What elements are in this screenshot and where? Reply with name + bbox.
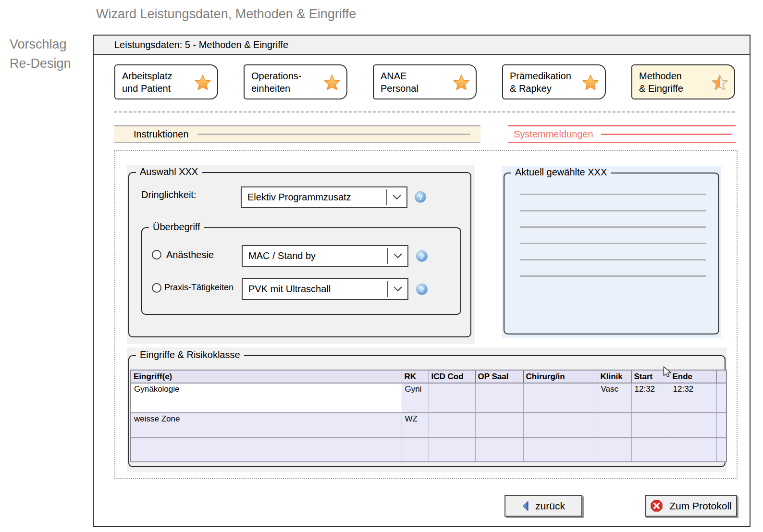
window-title: Leistungsdaten: 5 - Methoden & Eingriffe [114, 39, 288, 50]
tab-methoden-eingriffe[interactable]: Methoden & Eingriffe [631, 64, 735, 99]
table-cell[interactable]: WZ [402, 413, 429, 438]
selected-lines [520, 194, 706, 292]
star-icon [580, 72, 601, 92]
wizard-step-tabs: Arbeitsplatz und Patient Operations- ein… [114, 64, 735, 99]
column-header[interactable]: Eingriff(e) [131, 370, 402, 383]
table-cell[interactable] [670, 438, 716, 462]
dringlichkeit-select[interactable]: Elektiv Programmzusatz [241, 186, 407, 208]
table-cell[interactable] [475, 383, 523, 413]
placeholder-line [520, 259, 706, 260]
table-cell[interactable] [631, 413, 670, 438]
placeholder-line [520, 275, 706, 277]
chevron-down-icon [387, 187, 406, 207]
column-header[interactable]: RK [402, 370, 429, 383]
instructions-header: Instruktionen [114, 125, 480, 143]
error-icon [650, 499, 663, 512]
page-title: Wizard Leistungsdaten, Methoden & Eingri… [96, 7, 356, 22]
mouse-cursor [661, 366, 674, 378]
table-cell[interactable] [131, 438, 402, 462]
tab-anae-personal[interactable]: ANAE Personal [373, 64, 477, 99]
star-icon [322, 72, 342, 92]
column-header[interactable] [716, 370, 726, 383]
tab-arbeitsplatz-und-patient[interactable]: Arbeitsplatz und Patient [114, 64, 218, 99]
table-cell[interactable]: Gynäkologie [131, 383, 402, 413]
help-icon[interactable]: ? [416, 250, 428, 262]
help-icon[interactable]: ? [415, 191, 426, 203]
help-icon[interactable]: ? [416, 284, 428, 295]
table-cell[interactable] [523, 438, 598, 462]
column-header[interactable]: Ende [670, 370, 716, 383]
table-cell[interactable] [523, 383, 598, 413]
side-note: Vorschlag Re-Design [10, 35, 71, 73]
table-cell[interactable] [598, 438, 631, 462]
eingriffe-table: Eingriff(e)RKICD CodOP SaalChirurg/inKli… [130, 370, 727, 462]
table-cell[interactable] [716, 438, 726, 462]
selected-legend: Aktuell gewählte XXX [511, 167, 611, 178]
praxis-radio[interactable] [152, 283, 161, 293]
table-cell[interactable] [631, 438, 670, 462]
table-cell[interactable] [429, 413, 475, 438]
table-cell[interactable] [475, 413, 523, 438]
tab-label: Operations- einheiten [251, 70, 302, 95]
wizard-window: Leistungsdaten: 5 - Methoden & Eingriffe… [93, 35, 751, 527]
table-cell[interactable]: weisse Zone [131, 413, 402, 438]
tab-label: Methoden & Eingriffe [639, 70, 683, 95]
tab-operationseinheiten[interactable]: Operations- einheiten [244, 64, 347, 99]
tab-praemedikation-rapkey[interactable]: Prämedikation & Rapkey [502, 64, 606, 99]
tab-label: Prämedikation & Rapkey [510, 70, 571, 95]
placeholder-line [520, 210, 706, 211]
column-header[interactable]: OP Saal [475, 370, 523, 383]
table-cell[interactable] [523, 413, 598, 438]
anaesthesie-label: Anästhesie [166, 249, 214, 260]
column-header[interactable]: Chirurg/in [523, 370, 598, 383]
chevron-down-icon [388, 246, 407, 266]
selected-fieldset: Aktuell gewählte XXX [504, 173, 719, 334]
table-row[interactable]: GynäkologieGyniVasc12:3212:32 [131, 383, 726, 413]
auswahl-panel: Auswahl XXX Dringlichkeit: Elektiv Progr… [127, 165, 475, 344]
back-button-label: zurück [535, 500, 565, 512]
table-cell[interactable]: Gyni [402, 383, 429, 413]
table-cell[interactable]: 12:32 [631, 383, 670, 413]
placeholder-line [520, 226, 706, 228]
table-cell[interactable] [475, 438, 523, 462]
anaesthesie-radio[interactable] [152, 250, 161, 260]
dringlichkeit-value: Elektiv Programmzusatz [247, 192, 386, 203]
table-header-row: Eingriff(e)RKICD CodOP SaalChirurg/inKli… [131, 370, 726, 383]
column-header[interactable]: ICD Cod [429, 370, 475, 383]
column-header[interactable]: Klinik [598, 370, 631, 383]
back-button[interactable]: zurück [505, 495, 582, 517]
tab-label: Arbeitsplatz und Patient [122, 70, 172, 95]
praxis-value: PVK mit Ultraschall [248, 284, 387, 295]
table-cell[interactable] [598, 413, 631, 438]
star-icon [451, 72, 471, 92]
anaesthesie-value: MAC / Stand by [248, 250, 387, 261]
chevron-down-icon [388, 279, 407, 299]
praxis-select[interactable]: PVK mit Ultraschall [242, 278, 408, 300]
protocol-button[interactable]: Zum Protokoll [645, 495, 737, 517]
system-messages-header: Systemmeldungen [508, 125, 736, 143]
table-cell[interactable] [716, 383, 726, 413]
side-note-line2: Re-Design [10, 54, 71, 73]
anaesthesie-select[interactable]: MAC / Stand by [242, 245, 408, 267]
system-messages-rule [601, 134, 732, 135]
table-cell[interactable] [670, 413, 716, 438]
star-icon [193, 72, 213, 92]
dringlichkeit-label: Dringlichkeit: [141, 189, 196, 200]
table-cell[interactable] [716, 413, 726, 438]
eingriffe-legend: Eingriffe & Risikoklasse [136, 349, 244, 360]
ueberbegriff-fieldset: Überbegriff Anästhesie MAC / Stand by ? … [141, 227, 461, 315]
auswahl-fieldset: Auswahl XXX Dringlichkeit: Elektiv Progr… [128, 172, 471, 337]
table-cell[interactable] [402, 438, 429, 462]
table-row[interactable]: weisse ZoneWZ [131, 413, 726, 438]
instructions-rule [197, 134, 470, 135]
table-cell[interactable]: 12:32 [670, 383, 716, 413]
table-cell[interactable] [429, 438, 475, 462]
tabs-separator [114, 111, 735, 112]
table-cell[interactable] [429, 383, 475, 413]
tab-label: ANAE Personal [381, 70, 418, 95]
selected-panel: Aktuell gewählte XXX [502, 166, 721, 338]
back-arrow-icon [522, 501, 529, 511]
table-cell[interactable]: Vasc [598, 383, 631, 413]
half-star-icon [710, 72, 730, 92]
table-row[interactable] [131, 438, 726, 462]
